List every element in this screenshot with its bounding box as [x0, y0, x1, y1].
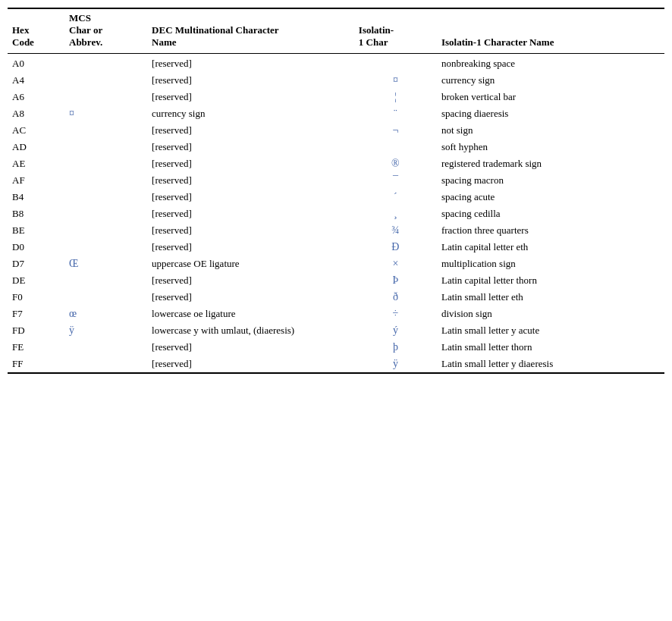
cell-iso1char: ¯ [354, 172, 437, 189]
cell-mcs [64, 89, 147, 105]
cell-dec: [reserved] [147, 339, 354, 356]
cell-hex: AC [8, 122, 64, 139]
cell-dec: [reserved] [147, 54, 354, 73]
cell-dec: [reserved] [147, 356, 354, 373]
cell-mcs [64, 72, 147, 89]
cell-mcs [64, 54, 147, 73]
cell-dec: [reserved] [147, 239, 354, 256]
table-row: FDÿlowercase y with umlaut, (diaeresis)ý… [8, 322, 664, 339]
cell-dec: [reserved] [147, 89, 354, 105]
cell-mcs [64, 139, 147, 155]
cell-dec: [reserved] [147, 289, 354, 306]
cell-iso1name: spacing acute [437, 189, 664, 205]
cell-dec: uppercase OE ligature [147, 256, 354, 272]
cell-dec: [reserved] [147, 139, 354, 155]
cell-mcs [64, 205, 147, 222]
table-row: BE[reserved]¾fraction three quarters [8, 222, 664, 239]
character-table: HexCode MCSChar orAbbrev. DEC Multinatio… [8, 8, 664, 374]
cell-iso1name: Latin small letter y diaeresis [437, 356, 664, 373]
cell-iso1char: ´ [354, 189, 437, 205]
cell-hex: AE [8, 155, 64, 172]
cell-iso1name: Latin small letter y acute [437, 322, 664, 339]
table-row: D0[reserved]ÐLatin capital letter eth [8, 239, 664, 256]
table-row: DE[reserved]ÞLatin capital letter thorn [8, 272, 664, 289]
cell-dec: lowercase y with umlaut, (diaeresis) [147, 322, 354, 339]
cell-iso1char: þ [354, 339, 437, 356]
cell-hex: D0 [8, 239, 64, 256]
cell-hex: B4 [8, 189, 64, 205]
cell-mcs [64, 155, 147, 172]
cell-iso1char [354, 54, 437, 73]
cell-iso1char: ð [354, 289, 437, 306]
cell-mcs [64, 189, 147, 205]
cell-dec: currency sign [147, 105, 354, 122]
cell-iso1name: Latin capital letter thorn [437, 272, 664, 289]
table-row: FE[reserved]þLatin small letter thorn [8, 339, 664, 356]
table-row: A6[reserved]¦broken vertical bar [8, 89, 664, 105]
cell-iso1char: ¨ [354, 105, 437, 122]
cell-iso1char: ­ [354, 139, 437, 155]
header-iso1char: Isolatin-1 Char [354, 8, 437, 54]
cell-hex: AD [8, 139, 64, 155]
cell-iso1char: ý [354, 322, 437, 339]
cell-iso1name: division sign [437, 306, 664, 322]
table-row: AF[reserved]¯spacing macron [8, 172, 664, 189]
cell-hex: FF [8, 356, 64, 373]
cell-hex: FE [8, 339, 64, 356]
table-row: AE[reserved]®registered trademark sign [8, 155, 664, 172]
cell-mcs [64, 222, 147, 239]
cell-hex: A6 [8, 89, 64, 105]
cell-mcs: ¤ [64, 105, 147, 122]
cell-iso1name: not sign [437, 122, 664, 139]
cell-iso1name: fraction three quarters [437, 222, 664, 239]
cell-mcs [64, 239, 147, 256]
cell-iso1name: spacing diaeresis [437, 105, 664, 122]
cell-hex: FD [8, 322, 64, 339]
table-row: B8[reserved]¸spacing cedilla [8, 205, 664, 222]
cell-mcs [64, 272, 147, 289]
cell-iso1char: × [354, 256, 437, 272]
cell-hex: DE [8, 272, 64, 289]
table-row: FF[reserved]ÿLatin small letter y diaere… [8, 356, 664, 373]
table-row: AC[reserved]¬not sign [8, 122, 664, 139]
table-row: A4[reserved]¤currency sign [8, 72, 664, 89]
cell-iso1name: multiplication sign [437, 256, 664, 272]
cell-mcs: ÿ [64, 322, 147, 339]
cell-hex: A8 [8, 105, 64, 122]
cell-iso1char: ¤ [354, 72, 437, 89]
table-row: A8¤currency sign¨spacing diaeresis [8, 105, 664, 122]
header-iso1name: Isolatin-1 Character Name [437, 8, 664, 54]
cell-iso1name: Latin small letter eth [437, 289, 664, 306]
cell-mcs: œ [64, 306, 147, 322]
cell-hex: A4 [8, 72, 64, 89]
cell-hex: A0 [8, 54, 64, 73]
header-dec: DEC Multinational CharacterName [147, 8, 354, 54]
header-hex: HexCode [8, 8, 64, 54]
cell-iso1char: ¦ [354, 89, 437, 105]
cell-iso1name: Latin small letter thorn [437, 339, 664, 356]
cell-iso1char: ® [354, 155, 437, 172]
header-mcs: MCSChar orAbbrev. [64, 8, 147, 54]
cell-iso1name: broken vertical bar [437, 89, 664, 105]
cell-iso1char: ÷ [354, 306, 437, 322]
table-row: D7Œuppercase OE ligature×multiplication … [8, 256, 664, 272]
cell-dec: [reserved] [147, 172, 354, 189]
cell-iso1char: Ð [354, 239, 437, 256]
cell-dec: [reserved] [147, 189, 354, 205]
cell-iso1name: currency sign [437, 72, 664, 89]
cell-iso1name: spacing cedilla [437, 205, 664, 222]
cell-iso1name: nonbreaking space [437, 54, 664, 73]
cell-iso1name: spacing macron [437, 172, 664, 189]
cell-mcs [64, 356, 147, 373]
cell-dec: [reserved] [147, 122, 354, 139]
cell-iso1char: ¾ [354, 222, 437, 239]
table-row: B4[reserved]´spacing acute [8, 189, 664, 205]
cell-mcs [64, 122, 147, 139]
cell-iso1name: soft hyphen [437, 139, 664, 155]
cell-iso1name: Latin capital letter eth [437, 239, 664, 256]
cell-hex: D7 [8, 256, 64, 272]
cell-iso1char: ¸ [354, 205, 437, 222]
table-row: F0[reserved]ðLatin small letter eth [8, 289, 664, 306]
cell-iso1char: ÿ [354, 356, 437, 373]
cell-hex: B8 [8, 205, 64, 222]
